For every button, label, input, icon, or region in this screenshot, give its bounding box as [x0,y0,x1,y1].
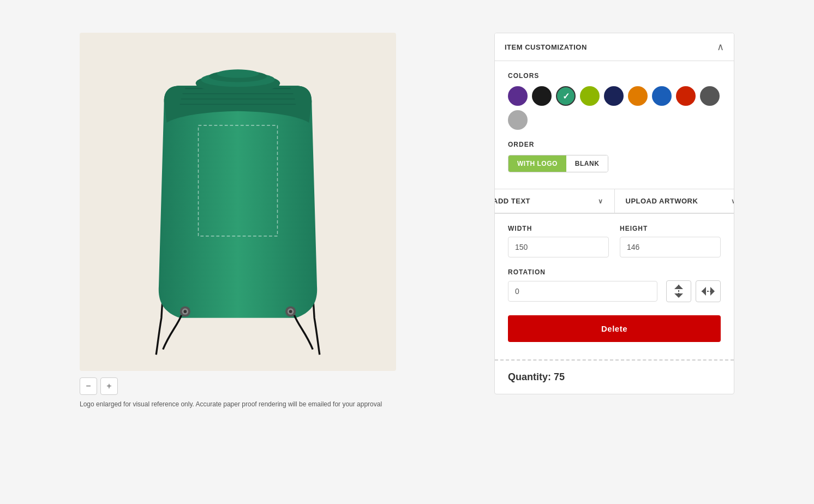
dimensions-section: WIDTH HEIGHT ROTATION [495,214,734,342]
rotation-section: ROTATION [508,268,721,302]
disclaimer-text: Logo enlarged for visual reference only.… [80,400,382,408]
order-label: ORDER [508,141,721,148]
panel-title: ITEM CUSTOMIZATION [505,43,587,51]
product-area: − + Logo enlarged for visual reference o… [80,33,481,408]
bottom-section: Quantity: 75 [495,351,734,394]
color-swatch-dark-gray[interactable] [700,86,720,106]
svg-point-7 [217,69,259,77]
rotation-row [508,280,721,302]
collapse-icon[interactable]: ∧ [717,41,724,53]
add-text-chevron: ∨ [598,197,603,205]
add-text-button[interactable]: ADD TEXT ∨ [494,189,615,213]
zoom-out-button[interactable]: − [80,377,97,395]
check-icon: ✓ [562,91,570,101]
blank-button[interactable]: BLANK [566,155,608,172]
delete-button[interactable]: Delete [508,315,721,342]
height-field-group: HEIGHT [620,225,721,257]
color-swatch-lime[interactable] [580,86,600,106]
customization-panel: ITEM CUSTOMIZATION ∧ COLORS ✓ [494,33,734,394]
color-swatch-teal[interactable]: ✓ [556,86,576,106]
order-section: ORDER WITH LOGO BLANK [508,141,721,172]
width-input[interactable] [508,237,609,257]
with-logo-button[interactable]: WITH LOGO [508,155,566,172]
svg-marker-16 [674,285,683,289]
width-label: WIDTH [508,225,609,232]
color-swatch-purple[interactable] [508,86,528,106]
height-input[interactable] [620,237,721,257]
color-swatch-gray[interactable] [508,110,528,130]
upload-artwork-chevron: ∨ [731,197,735,205]
upload-artwork-label: UPLOAD ARTWORK [626,197,698,205]
rotation-input-wrap [508,281,657,302]
flip-vertical-icon [671,284,686,299]
divider [495,359,734,361]
rotation-icons [666,280,721,302]
svg-marker-17 [674,293,683,298]
order-buttons: WITH LOGO BLANK [508,155,608,172]
quantity-text: Quantity: 75 [495,371,734,394]
zoom-in-button[interactable]: + [100,377,118,395]
flip-horizontal-button[interactable] [696,280,721,302]
height-label: HEIGHT [620,225,721,232]
upload-artwork-button[interactable]: UPLOAD ARTWORK ∨ [615,189,735,213]
add-text-label: ADD TEXT [494,197,530,205]
color-swatches: ✓ [508,86,721,130]
panel-header: ITEM CUSTOMIZATION ∧ [495,33,734,61]
zoom-controls: − + [80,377,118,395]
rotation-input[interactable] [508,281,657,302]
product-image-wrapper [80,33,396,371]
zoom-out-icon: − [86,381,91,391]
width-field-group: WIDTH [508,225,609,257]
dimensions-row: WIDTH HEIGHT [508,225,721,257]
color-swatch-navy[interactable] [604,86,624,106]
svg-marker-19 [702,287,706,296]
color-swatch-orange[interactable] [628,86,648,106]
bag-illustration [112,44,363,360]
color-swatch-black[interactable] [532,86,552,106]
flip-vertical-button[interactable] [666,280,691,302]
rotation-label: ROTATION [508,268,721,276]
action-row: ADD TEXT ∨ UPLOAD ARTWORK ∨ [494,189,734,214]
svg-marker-20 [710,287,715,296]
flip-horizontal-icon [701,284,716,299]
colors-label: COLORS [508,72,721,80]
color-swatch-blue[interactable] [652,86,672,106]
panel-body: COLORS ✓ [495,61,734,189]
zoom-in-icon: + [106,381,111,391]
svg-point-13 [289,310,292,313]
color-swatch-red[interactable] [676,86,696,106]
svg-point-10 [183,310,187,313]
